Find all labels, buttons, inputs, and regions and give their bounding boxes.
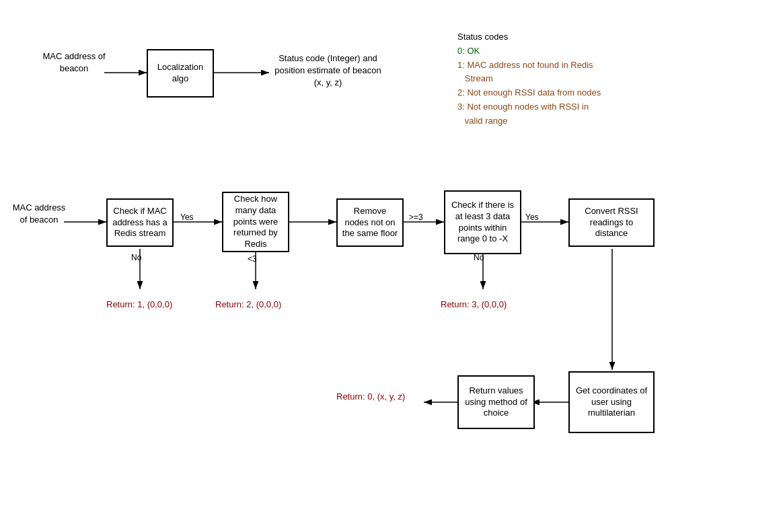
status-code-2: 2: Not enough RSSI data from nodes — [457, 86, 666, 100]
check-datapoints-box: Check how many data points were returned… — [222, 192, 289, 252]
diagram: MAC address of beacon Localization algo … — [0, 0, 781, 532]
remove-nodes-box: Remove nodes not on the same floor — [336, 198, 404, 247]
no1-label: No — [131, 253, 141, 262]
top-output-label: Status code (Integer) and position estim… — [269, 52, 387, 89]
status-code-3: 3: Not enough nodes with RSSI in valid r… — [457, 100, 666, 128]
status-code-0: 0: OK — [457, 44, 666, 59]
yes1-label: Yes — [180, 213, 194, 222]
return-values-box: Return values using method of choice — [457, 375, 535, 429]
status-codes-title: Status codes — [457, 30, 666, 44]
status-code-1: 1: MAC address not found in Redis Stream — [457, 59, 666, 87]
check-3points-box: Check if there is at least 3 data points… — [444, 190, 521, 254]
return-3-label: Return: 3, (0,0,0) — [441, 299, 507, 309]
top-mac-label: MAC address of beacon — [40, 50, 108, 75]
localization-box: Localization algo — [147, 49, 214, 98]
lt3-label: <3 — [248, 254, 257, 264]
gte3-label: >=3 — [409, 213, 423, 222]
check-redis-box: Check if MAC address has a Redis stream — [106, 198, 174, 247]
yes2-label: Yes — [525, 213, 539, 222]
bottom-mac-label: MAC address of beacon — [12, 202, 66, 226]
no2-label: No — [474, 253, 484, 262]
get-coordinates-box: Get coordinates of user using multilater… — [568, 371, 655, 433]
convert-rssi-box: Convert RSSI readings to distance — [568, 198, 655, 247]
return-2-label: Return: 2, (0,0,0) — [215, 299, 281, 309]
return-1-label: Return: 1, (0,0,0) — [106, 299, 172, 309]
return-0-label: Return: 0, (x, y, z) — [336, 391, 405, 402]
status-codes-block: Status codes 0: OK 1: MAC address not fo… — [457, 30, 666, 128]
